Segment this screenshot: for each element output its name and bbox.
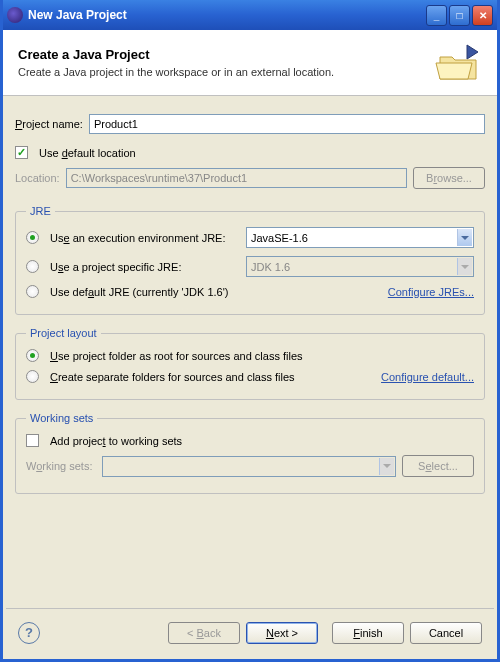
window-title: New Java Project	[28, 8, 424, 22]
jre-exec-label: Use an execution environment JRE:	[50, 232, 240, 244]
footer-bar: ? < Back Next > Finish Cancel	[6, 608, 494, 656]
next-button[interactable]: Next >	[246, 622, 318, 644]
working-sets-group: Working sets Add project to working sets…	[15, 412, 485, 494]
minimize-button[interactable]: _	[426, 5, 447, 26]
layout-sep-label: Create separate folders for sources and …	[50, 371, 375, 383]
browse-button: Browse...	[413, 167, 485, 189]
banner: Create a Java Project Create a Java proj…	[3, 30, 497, 96]
use-default-location-label: Use default location	[39, 147, 136, 159]
jre-def-radio[interactable]	[26, 285, 39, 298]
jre-exec-select[interactable]: JavaSE-1.6	[246, 227, 474, 248]
maximize-button[interactable]: □	[449, 5, 470, 26]
configure-default-link[interactable]: Configure default...	[381, 371, 474, 383]
location-input	[66, 168, 407, 188]
folder-wizard-icon	[434, 43, 482, 83]
layout-root-label: Use project folder as root for sources a…	[50, 350, 303, 362]
banner-subheading: Create a Java project in the workspace o…	[18, 66, 434, 78]
layout-root-radio[interactable]	[26, 349, 39, 362]
title-bar: New Java Project _ □ ✕	[3, 0, 497, 30]
location-label: Location:	[15, 172, 60, 184]
close-button[interactable]: ✕	[472, 5, 493, 26]
working-sets-legend: Working sets	[26, 412, 97, 424]
back-button: < Back	[168, 622, 240, 644]
jre-proj-radio[interactable]	[26, 260, 39, 273]
eclipse-icon	[7, 7, 23, 23]
cancel-button[interactable]: Cancel	[410, 622, 482, 644]
configure-jres-link[interactable]: Configure JREs...	[388, 286, 474, 298]
project-layout-legend: Project layout	[26, 327, 101, 339]
working-sets-select	[102, 456, 396, 477]
help-button[interactable]: ?	[18, 622, 40, 644]
jre-proj-label: Use a project specific JRE:	[50, 261, 240, 273]
add-working-sets-label: Add project to working sets	[50, 435, 182, 447]
project-name-label: Project name:	[15, 118, 83, 130]
jre-group: JRE Use an execution environment JRE: Ja…	[15, 205, 485, 315]
jre-exec-radio[interactable]	[26, 231, 39, 244]
project-layout-group: Project layout Use project folder as roo…	[15, 327, 485, 400]
project-name-input[interactable]	[89, 114, 485, 134]
layout-sep-radio[interactable]	[26, 370, 39, 383]
banner-heading: Create a Java Project	[18, 47, 434, 62]
working-sets-label: Working sets:	[26, 460, 96, 472]
jre-proj-select: JDK 1.6	[246, 256, 474, 277]
jre-legend: JRE	[26, 205, 55, 217]
jre-def-label: Use default JRE (currently 'JDK 1.6')	[50, 286, 382, 298]
use-default-location-checkbox[interactable]	[15, 146, 28, 159]
select-button: Select...	[402, 455, 474, 477]
finish-button[interactable]: Finish	[332, 622, 404, 644]
add-working-sets-checkbox[interactable]	[26, 434, 39, 447]
